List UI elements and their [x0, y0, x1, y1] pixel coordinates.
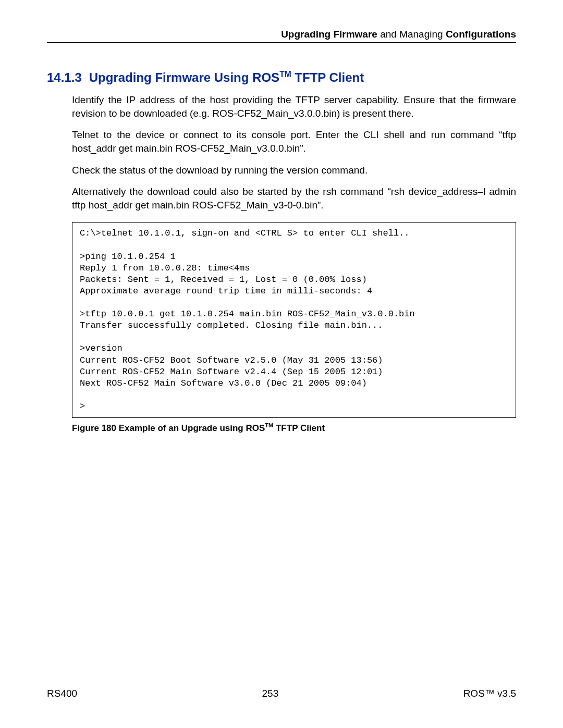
paragraph-4: Alternatively the download could also be…: [72, 185, 516, 212]
figure-caption: Figure 180 Example of an Upgrade using R…: [72, 422, 516, 434]
figure-caption-before-tm: Figure 180 Example of an Upgrade using R…: [72, 423, 265, 433]
document-page: Upgrading Firmware and Managing Configur…: [0, 0, 563, 728]
paragraph-3: Check the status of the download by runn…: [72, 164, 516, 177]
paragraph-2: Telnet to the device or connect to its c…: [72, 128, 516, 155]
footer-right: ROS™ v3.5: [463, 688, 516, 699]
page-header: Upgrading Firmware and Managing Configur…: [47, 29, 516, 43]
figure-caption-after-tm: TFTP Client: [273, 423, 325, 433]
page-footer: RS400 253 ROS™ v3.5: [47, 688, 516, 699]
section-number: 14.1.3: [47, 70, 82, 85]
footer-left: RS400: [47, 688, 77, 699]
code-block: C:\>telnet 10.1.0.1, sign-on and <CTRL S…: [72, 222, 516, 418]
section-heading: 14.1.3Upgrading Firmware Using ROSTM TFT…: [47, 70, 516, 85]
tm-icon: TM: [279, 70, 291, 79]
header-bold-1: Upgrading Firmware: [281, 29, 377, 40]
header-bold-2: Configurations: [446, 29, 516, 40]
paragraph-1: Identify the IP address of the host prov…: [72, 93, 516, 120]
section-title-after-tm: TFTP Client: [291, 70, 364, 84]
section-title-before-tm: Upgrading Firmware Using ROS: [89, 70, 279, 84]
tm-icon: TM: [265, 422, 273, 428]
footer-page-number: 253: [262, 688, 279, 699]
header-text-middle: and Managing: [377, 29, 446, 40]
